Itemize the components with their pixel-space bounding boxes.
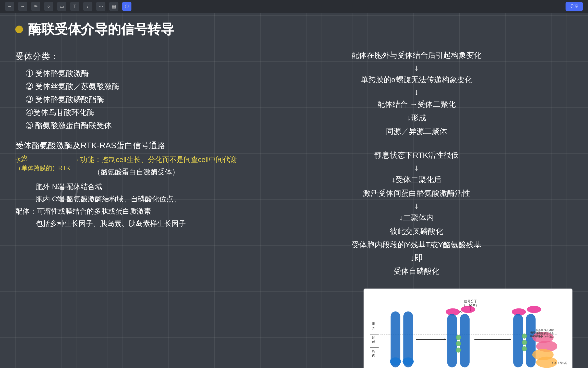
flow-step-10: 受体自磷酸化 bbox=[394, 266, 439, 277]
svg-text:胞: 胞 bbox=[372, 336, 375, 339]
svg-point-17 bbox=[390, 358, 401, 366]
flow-arrow-4: ↓ bbox=[414, 201, 419, 211]
flow-step-7: ↓二聚体内 bbox=[399, 213, 434, 223]
title-dot bbox=[15, 26, 23, 33]
annotation-corner: 大的 bbox=[15, 154, 29, 165]
receptor-type-2: ② 受体丝氨酸／苏氨酸激酶 bbox=[26, 81, 245, 92]
ligand-label: 配体：可溶性或膜结合的多肽或蛋白质激素 bbox=[15, 206, 245, 216]
svg-rect-28 bbox=[513, 314, 523, 367]
flow-step-4: 静息状态下RTK活性很低 bbox=[374, 150, 458, 160]
svg-point-25 bbox=[456, 348, 461, 353]
page-title: 酶联受体介导的信号转导 bbox=[28, 20, 174, 38]
flow-step-2: 单跨膜的α螺旋无法传递构象变化 bbox=[361, 75, 472, 85]
svg-text:胞: 胞 bbox=[372, 349, 375, 353]
rtk-diagram: 信号分子 （二聚体） 细 外 胞 膜 胞 bbox=[364, 289, 572, 368]
flow-arrow-1: ↓ bbox=[414, 63, 419, 73]
toolbar-more-btn[interactable]: ⋯ bbox=[96, 2, 105, 11]
share-button[interactable]: 分享 bbox=[566, 2, 583, 11]
svg-text:的胞内信号蛋白: 的胞内信号蛋白 bbox=[536, 335, 554, 338]
svg-text:酪氨酸残基结合: 酪氨酸残基结合 bbox=[536, 332, 554, 335]
toolbar-pen-btn[interactable]: ✏ bbox=[31, 2, 40, 11]
toolbar-right: 分享 bbox=[566, 2, 583, 11]
svg-point-30 bbox=[522, 334, 527, 339]
flow-step-8: 彼此交叉磷酸化 bbox=[390, 226, 443, 237]
toolbar-line-btn[interactable]: / bbox=[83, 2, 92, 11]
svg-text:下游信号传导: 下游信号传导 bbox=[551, 361, 567, 364]
flow-arrow-5: ↓即 bbox=[410, 252, 423, 264]
svg-text:细: 细 bbox=[372, 322, 375, 325]
receptor-type-5: ⑤ 酪氨酸激蛋白酶联受体 bbox=[26, 120, 245, 131]
svg-text:外: 外 bbox=[372, 326, 375, 330]
receptor-type-list: ① 受体酪氨酸激酶 ② 受体丝氨酸／苏氨酸激酶 ③ 受体酪氨酸磷酸酯酶 ④受体鸟… bbox=[15, 68, 245, 131]
main-layout: 受体分类： ① 受体酪氨酸激酶 ② 受体丝氨酸／苏氨酸激酶 ③ 受体酪氨酸磷酸酯… bbox=[15, 49, 573, 368]
toolbar-circle-btn[interactable]: ○ bbox=[44, 2, 53, 11]
rtk-function: →功能：控制cell生长、分化而不是间查cell中间代谢 bbox=[73, 155, 237, 165]
toolbar-forward-btn[interactable]: → bbox=[18, 2, 27, 11]
receptor-classification-section: 受体分类： ① 受体酪氨酸激酶 ② 受体丝氨酸／苏氨酸激酶 ③ 受体酪氨酸磷酸酯… bbox=[15, 49, 245, 131]
toolbar: ← → ✏ ○ ▭ T / ⋯ ▦ ⬡ 分享 bbox=[0, 0, 588, 13]
rtk-note: （酪氨酸蛋白自激酶受体） bbox=[73, 167, 237, 177]
rtk-diagram-svg: 信号分子 （二聚体） 细 外 胞 膜 胞 bbox=[369, 294, 567, 368]
svg-point-20 bbox=[461, 306, 475, 313]
svg-text:与不同位点磷酸: 与不同位点磷酸 bbox=[536, 329, 554, 331]
flow-step-9: 受体胞内段段的Y残基T或Y酪氨酸残基 bbox=[352, 240, 481, 250]
page-title-row: 酶联受体介导的信号转导 bbox=[15, 20, 573, 38]
rtk-diagram-container: 信号分子 （二聚体） 细 外 胞 膜 胞 bbox=[363, 288, 573, 368]
toolbar-back-btn[interactable]: ← bbox=[5, 2, 14, 11]
flow-step-3c: 同源／异源二聚体 bbox=[386, 126, 447, 137]
rtk-section: 受体酪氨酸激酶及RTK-RAS蛋白信号通路 大的 （单体跨膜的）RTK →功能：… bbox=[15, 140, 245, 228]
receptor-type-4: ④受体鸟苷酸环化酶 bbox=[26, 107, 245, 118]
svg-rect-21 bbox=[447, 314, 457, 367]
ligand-examples: 包括多种生长因子、胰岛素、胰岛素样生长因子 bbox=[15, 219, 245, 228]
svg-point-18 bbox=[402, 358, 414, 366]
annotation-bracket: （单体跨膜的）RTK bbox=[15, 164, 70, 172]
svg-rect-22 bbox=[460, 314, 470, 367]
toolbar-grid-btn[interactable]: ▦ bbox=[109, 2, 118, 11]
left-panel: 受体分类： ① 受体酪氨酸激酶 ② 受体丝氨酸／苏氨酸激酶 ③ 受体酪氨酸磷酸酯… bbox=[15, 49, 245, 368]
toolbar-text-btn[interactable]: T bbox=[70, 2, 79, 11]
svg-point-24 bbox=[456, 341, 461, 346]
receptor-type-3: ③ 受体酪氨酸磷酸酯酶 bbox=[26, 94, 245, 105]
flow-arrow-2: ↓ bbox=[414, 87, 419, 97]
svg-text:内: 内 bbox=[372, 354, 375, 357]
signal-flow: 配体在胞外与受体结合后引起构象变化 ↓ 单跨膜的α螺旋无法传递构象变化 ↓ 配体… bbox=[260, 49, 573, 368]
svg-point-31 bbox=[522, 340, 527, 345]
svg-point-27 bbox=[527, 306, 541, 313]
ci-watermark: Ci bbox=[59, 181, 79, 205]
rtk-section-title: 受体酪氨酸激酶及RTK-RAS蛋白信号通路 bbox=[15, 140, 245, 151]
flow-step-6: 激活受体间蛋白酪氨酸激酶活性 bbox=[363, 188, 470, 199]
flow-step-3b: ↓形成 bbox=[407, 113, 426, 123]
content-area: 酶联受体介导的信号转导 受体分类： ① 受体酪氨酸激酶 ② 受体丝氨酸／苏氨酸激… bbox=[0, 13, 588, 368]
flow-step-3: 配体结合 →受体二聚化 bbox=[377, 99, 456, 110]
flow-arrow-3: ↓ bbox=[414, 163, 419, 172]
toolbar-rect-btn[interactable]: ▭ bbox=[57, 2, 66, 11]
flow-step-1: 配体在胞外与受体结合后引起构象变化 bbox=[351, 50, 482, 61]
right-panel: 配体在胞外与受体结合后引起构象变化 ↓ 单跨膜的α螺旋无法传递构象变化 ↓ 配体… bbox=[260, 49, 573, 368]
toolbar-hex-btn[interactable]: ⬡ bbox=[122, 2, 131, 11]
svg-text:膜: 膜 bbox=[372, 340, 375, 344]
svg-point-32 bbox=[522, 346, 527, 351]
svg-point-23 bbox=[456, 335, 461, 340]
receptor-classification-label: 受体分类： bbox=[15, 49, 245, 64]
flow-step-5: ↓受体二聚化后 bbox=[392, 175, 442, 185]
receptor-type-1: ① 受体酪氨酸激酶 bbox=[26, 68, 245, 79]
svg-rect-29 bbox=[526, 314, 536, 367]
svg-text:信号分子: 信号分子 bbox=[464, 299, 477, 303]
